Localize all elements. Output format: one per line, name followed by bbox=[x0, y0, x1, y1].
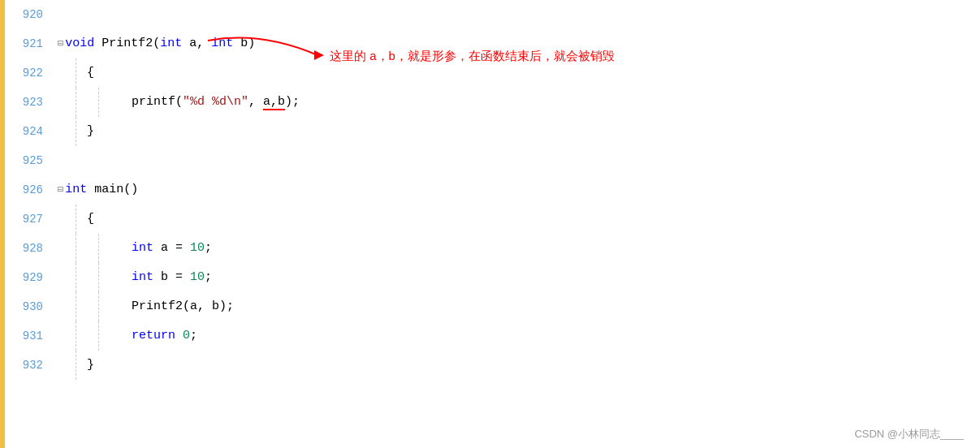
var-a-decl: a = bbox=[153, 234, 190, 263]
keyword-return: return bbox=[132, 321, 175, 351]
line-num-922: 922 bbox=[5, 58, 43, 88]
line-num-926: 926 bbox=[5, 175, 43, 205]
keyword-int-a: int bbox=[160, 29, 182, 58]
num-10-a: 10 bbox=[190, 234, 205, 263]
var-b-decl: b = bbox=[153, 263, 190, 292]
code-area: ⊟ void Printf2( int a, int b) { printf( … bbox=[50, 0, 980, 448]
code-line-920 bbox=[58, 0, 980, 29]
semi-931: ; bbox=[190, 321, 197, 351]
printf2-call-930: Printf2(a, b); bbox=[110, 292, 234, 321]
brace-open-927: { bbox=[87, 205, 94, 234]
main-func: main() bbox=[87, 175, 138, 205]
code-line-929: int b = 10 ; bbox=[58, 263, 980, 292]
indent-929 bbox=[110, 263, 132, 292]
num-0: 0 bbox=[183, 321, 190, 351]
semi-928: ; bbox=[205, 234, 212, 263]
semi-929: ; bbox=[205, 263, 212, 292]
line-num-929: 929 bbox=[5, 263, 43, 292]
param-a: a, bbox=[182, 29, 211, 58]
num-10-b: 10 bbox=[190, 263, 205, 292]
brace-close-924: } bbox=[87, 117, 94, 146]
printf-call: printf( bbox=[110, 88, 183, 117]
line-num-925: 925 bbox=[5, 146, 43, 175]
line-num-928: 928 bbox=[5, 234, 43, 263]
code-line-924: } bbox=[58, 117, 980, 146]
line-num-930: 930 bbox=[5, 292, 43, 321]
code-line-927: { bbox=[58, 205, 980, 234]
keyword-int-929: int bbox=[132, 263, 153, 292]
line-num-931: 931 bbox=[5, 321, 43, 351]
code-line-921: ⊟ void Printf2( int a, int b) bbox=[58, 29, 980, 58]
line-num-921: 921 bbox=[5, 29, 43, 58]
keyword-int-b: int bbox=[211, 29, 233, 58]
printf-args: , a,b); bbox=[248, 88, 300, 117]
brace-open-422: { bbox=[87, 58, 94, 88]
indent-931 bbox=[110, 321, 132, 351]
line-num-927: 927 bbox=[5, 205, 43, 234]
code-line-930: Printf2(a, b); bbox=[58, 292, 980, 321]
collapse-icon-926[interactable]: ⊟ bbox=[58, 175, 63, 205]
param-b: b) bbox=[233, 29, 255, 58]
code-line-931: return 0 ; bbox=[58, 321, 980, 351]
code-line-928: int a = 10 ; bbox=[58, 234, 980, 263]
line-num-923: 923 bbox=[5, 88, 43, 117]
code-line-926: ⊟ int main() bbox=[58, 175, 980, 205]
keyword-void: void bbox=[65, 29, 94, 58]
brace-close-932: } bbox=[87, 351, 94, 380]
watermark: CSDN @小林同志____ bbox=[854, 427, 964, 442]
keyword-int-main: int bbox=[65, 175, 87, 205]
code-line-932: } bbox=[58, 351, 980, 380]
func-name: Printf2( bbox=[94, 29, 160, 58]
code-line-923: printf( "%d %d\n" , a,b); bbox=[58, 88, 980, 117]
format-string: "%d %d\n" bbox=[183, 88, 248, 117]
code-container: 920 921 922 923 924 925 926 927 928 929 … bbox=[0, 0, 980, 448]
return-val bbox=[175, 321, 183, 351]
line-num-920: 920 bbox=[5, 0, 43, 29]
indent-928 bbox=[110, 234, 132, 263]
keyword-int-928: int bbox=[132, 234, 153, 263]
line-num-924: 924 bbox=[5, 117, 43, 146]
code-line-922: { bbox=[58, 58, 980, 88]
collapse-icon-921[interactable]: ⊟ bbox=[58, 29, 63, 58]
code-line-925 bbox=[58, 146, 980, 175]
line-num-932: 932 bbox=[5, 351, 43, 380]
line-numbers: 920 921 922 923 924 925 926 927 928 929 … bbox=[5, 0, 50, 448]
